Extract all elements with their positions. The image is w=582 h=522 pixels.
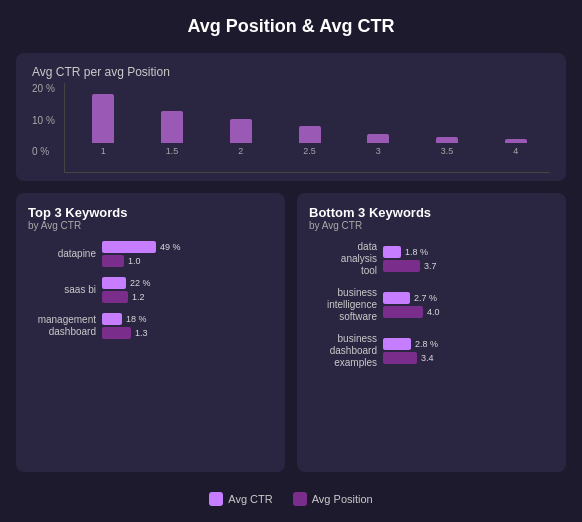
- pos-bar: [102, 291, 128, 303]
- legend-ctr: Avg CTR: [209, 492, 272, 506]
- pos-value: 4.0: [427, 307, 440, 317]
- bottom-row: Top 3 Keywords by Avg CTR datapine49 %1.…: [16, 193, 566, 472]
- keyword-row: datapine49 %1.0: [28, 241, 273, 267]
- pos-bar: [383, 260, 420, 272]
- keyword-label: saas bi: [28, 284, 96, 296]
- bars-stack: 2.8 %3.4: [383, 338, 554, 364]
- top-keywords-subtitle: by Avg CTR: [28, 220, 273, 231]
- top-keywords-card: Top 3 Keywords by Avg CTR datapine49 %1.…: [16, 193, 285, 472]
- ctr-bar-row: 2.8 %: [383, 338, 554, 350]
- y-label-10: 10 %: [32, 115, 55, 126]
- bottom-keywords-title: Bottom 3 Keywords: [309, 205, 554, 220]
- ctr-value: 2.7 %: [414, 293, 437, 303]
- legend-pos-label: Avg Position: [312, 493, 373, 505]
- ctr-bar-row: 1.8 %: [383, 246, 554, 258]
- keyword-row: saas bi22 %1.2: [28, 277, 273, 303]
- bar-x-label: 4: [513, 146, 518, 156]
- bar-group: 2: [206, 119, 275, 156]
- page-title: Avg Position & Avg CTR: [16, 16, 566, 37]
- pos-bar: [102, 255, 124, 267]
- ctr-bar-row: 18 %: [102, 313, 273, 325]
- pos-bar-row: 1.2: [102, 291, 273, 303]
- bottom-keywords-card: Bottom 3 Keywords by Avg CTR data analys…: [297, 193, 566, 472]
- pos-value: 1.2: [132, 292, 145, 302]
- bars-stack: 18 %1.3: [102, 313, 273, 339]
- pos-bar: [383, 352, 417, 364]
- bar-group: 1.5: [138, 111, 207, 156]
- pos-bar-row: 1.3: [102, 327, 273, 339]
- bars-stack: 1.8 %3.7: [383, 246, 554, 272]
- keyword-row: data analysis tool1.8 %3.7: [309, 241, 554, 277]
- bar-x-label: 3: [376, 146, 381, 156]
- pos-value: 1.0: [128, 256, 141, 266]
- legend-ctr-label: Avg CTR: [228, 493, 272, 505]
- ctr-value: 49 %: [160, 242, 181, 252]
- bottom-keywords-subtitle: by Avg CTR: [309, 220, 554, 231]
- ctr-bar: [383, 338, 411, 350]
- ctr-value: 1.8 %: [405, 247, 428, 257]
- keyword-label: business intelligence software: [309, 287, 377, 323]
- bar: [161, 111, 183, 143]
- ctr-bar: [102, 277, 126, 289]
- keyword-row: management dashboard18 %1.3: [28, 313, 273, 339]
- bar: [92, 94, 114, 143]
- ctr-value: 2.8 %: [415, 339, 438, 349]
- bar: [230, 119, 252, 143]
- ctr-value: 22 %: [130, 278, 151, 288]
- legend: Avg CTR Avg Position: [16, 492, 566, 506]
- keyword-label: business dashboard examples: [309, 333, 377, 369]
- bar-chart-area: 20 % 10 % 0 % 11.522.533.54: [32, 83, 550, 173]
- top-keywords-title: Top 3 Keywords: [28, 205, 273, 220]
- pos-bar-row: 4.0: [383, 306, 554, 318]
- keyword-row: business dashboard examples2.8 %3.4: [309, 333, 554, 369]
- bar-group: 3.5: [413, 137, 482, 156]
- pos-bar-row: 3.4: [383, 352, 554, 364]
- pos-value: 3.7: [424, 261, 437, 271]
- pos-bar: [383, 306, 423, 318]
- y-axis-labels: 20 % 10 % 0 %: [32, 83, 55, 173]
- pos-bar-row: 1.0: [102, 255, 273, 267]
- ctr-bar-row: 2.7 %: [383, 292, 554, 304]
- y-label-0: 0 %: [32, 146, 55, 157]
- bars-stack: 49 %1.0: [102, 241, 273, 267]
- bar-x-label: 3.5: [441, 146, 454, 156]
- bar-x-label: 2.5: [303, 146, 316, 156]
- legend-pos-box: [293, 492, 307, 506]
- pos-value: 3.4: [421, 353, 434, 363]
- bar: [505, 139, 527, 143]
- top-chart-label: Avg CTR per avg Position: [32, 65, 550, 79]
- bar-x-label: 2: [238, 146, 243, 156]
- bar-x-label: 1: [101, 146, 106, 156]
- top-chart-card: Avg CTR per avg Position 20 % 10 % 0 % 1…: [16, 53, 566, 181]
- ctr-bar: [383, 292, 410, 304]
- ctr-bar: [383, 246, 401, 258]
- bars-area: 11.522.533.54: [64, 83, 550, 173]
- bar-group: 4: [481, 139, 550, 156]
- ctr-bar: [102, 241, 156, 253]
- bar: [367, 134, 389, 143]
- legend-pos: Avg Position: [293, 492, 373, 506]
- ctr-value: 18 %: [126, 314, 147, 324]
- keyword-label: datapine: [28, 248, 96, 260]
- bottom-keywords-rows: data analysis tool1.8 %3.7business intel…: [309, 241, 554, 379]
- bar: [299, 126, 321, 143]
- bar-group: 1: [69, 94, 138, 156]
- ctr-bar-row: 49 %: [102, 241, 273, 253]
- pos-bar: [102, 327, 131, 339]
- y-label-20: 20 %: [32, 83, 55, 94]
- keyword-label: management dashboard: [28, 314, 96, 338]
- bar: [436, 137, 458, 143]
- ctr-bar-row: 22 %: [102, 277, 273, 289]
- top-keywords-rows: datapine49 %1.0saas bi22 %1.2management …: [28, 241, 273, 349]
- pos-value: 1.3: [135, 328, 148, 338]
- bars-stack: 2.7 %4.0: [383, 292, 554, 318]
- keyword-row: business intelligence software2.7 %4.0: [309, 287, 554, 323]
- main-container: Avg Position & Avg CTR Avg CTR per avg P…: [0, 0, 582, 522]
- bars-stack: 22 %1.2: [102, 277, 273, 303]
- bar-group: 2.5: [275, 126, 344, 156]
- bar-group: 3: [344, 134, 413, 156]
- keyword-label: data analysis tool: [309, 241, 377, 277]
- bar-x-label: 1.5: [166, 146, 179, 156]
- legend-ctr-box: [209, 492, 223, 506]
- ctr-bar: [102, 313, 122, 325]
